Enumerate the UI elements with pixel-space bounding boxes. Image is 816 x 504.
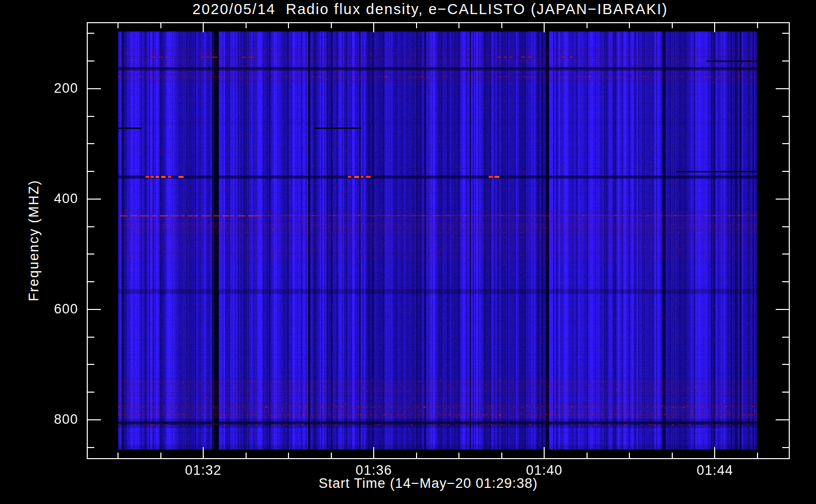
spectrogram-canvas: [118, 31, 757, 450]
chart-title: 2020/05/14 Radio flux density, e−CALLIST…: [79, 1, 782, 18]
y-axis-label: Frequency (MHZ): [26, 79, 46, 402]
y-tick-label: 400: [47, 191, 78, 207]
x-axis-label: Start Time (14−May−20 01:29:38): [77, 476, 780, 491]
y-tick-label: 600: [47, 301, 78, 317]
y-tick-label: 800: [47, 412, 78, 427]
y-tick-label: 200: [47, 81, 78, 96]
